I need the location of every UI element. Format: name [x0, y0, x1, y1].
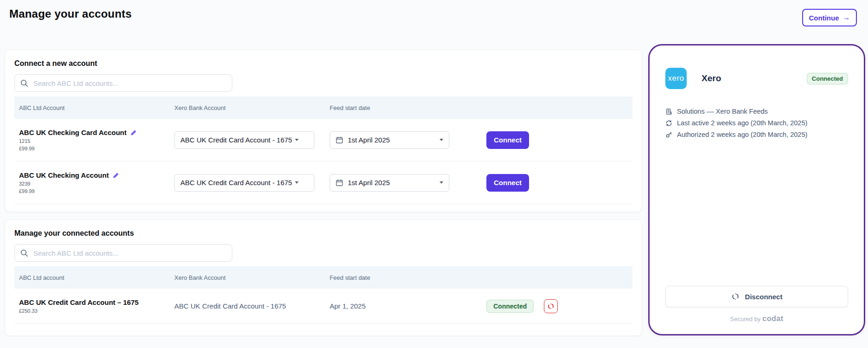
- disconnect-label: Disconnect: [745, 293, 783, 301]
- xero-bank-account-select[interactable]: ABC UK Credit Card Account - 1675: [174, 131, 314, 149]
- manage-section-title: Manage your connected accounts: [14, 229, 632, 238]
- authorized-detail: Authorized 2 weeks ago (20th March, 2025…: [665, 131, 848, 138]
- account-balance: £99.99: [19, 146, 174, 151]
- integration-name: Xero: [702, 73, 721, 84]
- table-row: ABC UK Checking Account 3239 £99.99 ABC …: [14, 161, 632, 204]
- calendar-icon: [336, 179, 343, 187]
- calendar-icon: [336, 136, 343, 144]
- selected-bank-account: ABC UK Credit Card Account - 1675: [180, 136, 292, 144]
- key-icon: [665, 131, 672, 138]
- edit-pencil-icon[interactable]: [130, 129, 137, 136]
- account-balance: £99.99: [19, 188, 174, 194]
- last-active-text: Last active 2 weeks ago (20th March, 202…: [677, 119, 807, 127]
- manage-search-input[interactable]: [33, 249, 226, 257]
- secured-by-text: Secured by: [730, 316, 761, 322]
- continue-label: Continue: [809, 14, 839, 22]
- account-name: ABC UK Credit Card Account – 1675: [19, 298, 139, 306]
- selected-date: 1st April 2025: [348, 136, 435, 144]
- arrow-right-icon: →: [843, 14, 850, 21]
- continue-button[interactable]: Continue →: [802, 9, 857, 26]
- xero-integration-panel: xero Xero Connected Solutions –– Xero Ba…: [648, 44, 865, 335]
- xero-logo: xero: [665, 68, 687, 89]
- column-header-abc-ltd-account: ABC Ltd account: [19, 274, 174, 281]
- account-number: 1215: [19, 138, 174, 144]
- chevron-down-icon: [295, 181, 299, 184]
- table-row: ABC UK Checking Card Account 1215 £99.99…: [14, 119, 632, 161]
- search-icon: [20, 249, 28, 257]
- account-name: ABC UK Checking Card Account: [19, 129, 127, 136]
- account-number: 3239: [19, 181, 174, 187]
- chevron-down-icon: [440, 139, 443, 141]
- page-title: Manage your accounts: [9, 7, 132, 20]
- disconnect-account-button[interactable]: [544, 299, 558, 313]
- unlink-icon: [547, 303, 555, 310]
- account-name: ABC UK Checking Account: [19, 171, 109, 179]
- selected-bank-account: ABC UK Credit Card Account - 1675: [180, 179, 292, 187]
- feed-start-date-value: Apr 1, 2025: [330, 302, 486, 310]
- connect-new-account-card: Connect a new account ABC Ltd Account Xe…: [5, 50, 642, 212]
- authorized-text: Authorized 2 weeks ago (20th March, 2025…: [677, 131, 807, 138]
- edit-pencil-icon[interactable]: [113, 172, 119, 179]
- search-icon: [20, 79, 28, 87]
- column-header-abc-ltd-account: ABC Ltd Account: [19, 104, 174, 111]
- connect-table-header: ABC Ltd Account Xero Bank Account Feed s…: [14, 97, 632, 119]
- last-active-detail: Last active 2 weeks ago (20th March, 202…: [665, 119, 848, 127]
- column-header-feed-start-date: Feed start date: [330, 274, 486, 281]
- column-header-xero-bank-account: Xero Bank Account: [174, 274, 330, 281]
- account-balance: £250.33: [19, 308, 174, 314]
- status-badge: Connected: [486, 300, 534, 313]
- disconnect-button[interactable]: Disconnect: [665, 286, 848, 307]
- selected-date: 1st April 2025: [348, 179, 435, 187]
- connect-search-box[interactable]: [14, 74, 232, 92]
- manage-connected-accounts-card: Manage your connected accounts ABC Ltd a…: [5, 219, 642, 336]
- chevron-down-icon: [440, 181, 443, 184]
- solutions-detail: Solutions –– Xero Bank Feeds: [665, 108, 848, 115]
- secured-by: Secured bycodat: [650, 315, 864, 323]
- manage-table-header: ABC Ltd account Xero Bank Account Feed s…: [14, 266, 632, 289]
- feed-start-date-picker[interactable]: 1st April 2025: [330, 174, 449, 192]
- column-header-xero-bank-account: Xero Bank Account: [174, 104, 330, 111]
- solutions-text: Solutions –– Xero Bank Feeds: [677, 108, 768, 115]
- refresh-icon: [665, 120, 672, 127]
- connection-status-badge: Connected: [807, 73, 848, 84]
- connect-button[interactable]: Connect: [486, 131, 529, 149]
- feed-start-date-picker[interactable]: 1st April 2025: [330, 131, 449, 149]
- connect-search-input[interactable]: [33, 79, 226, 87]
- connect-section-title: Connect a new account: [14, 59, 632, 68]
- connect-button[interactable]: Connect: [486, 174, 529, 192]
- linked-bank-account: ABC UK Credit Card Account - 1675: [174, 302, 330, 310]
- building-icon: [665, 108, 672, 115]
- table-row: ABC UK Credit Card Account – 1675 £250.3…: [14, 289, 632, 324]
- codat-logo: codat: [762, 315, 783, 322]
- chevron-down-icon: [295, 139, 299, 141]
- manage-search-box[interactable]: [14, 244, 232, 262]
- unlink-icon: [731, 292, 740, 301]
- column-header-feed-start-date: Feed start date: [330, 104, 486, 111]
- xero-bank-account-select[interactable]: ABC UK Credit Card Account - 1675: [174, 174, 314, 192]
